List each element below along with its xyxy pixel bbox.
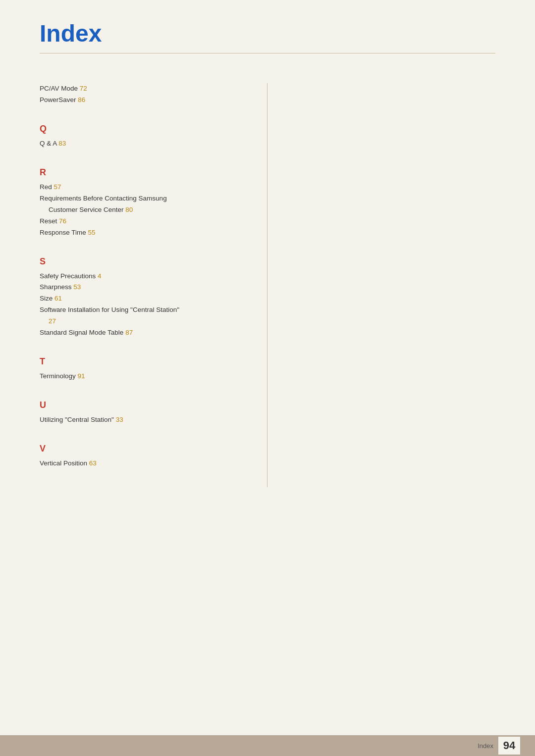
section-t: T Terminology 91 xyxy=(40,356,247,382)
entry-pcav: PC/AV Mode 72 xyxy=(40,83,247,95)
right-column xyxy=(268,83,495,487)
entry-requirements: Requirements Before Contacting Samsung C… xyxy=(40,193,247,216)
entry-sharpness: Sharpness 53 xyxy=(40,282,247,293)
letter-s: S xyxy=(40,256,247,267)
section-r: R Red 57 Requirements Before Contacting … xyxy=(40,167,247,239)
entry-qa: Q & A 83 xyxy=(40,138,247,150)
footer-bar: Index 94 xyxy=(0,735,535,756)
letter-u: U xyxy=(40,400,247,410)
letter-t: T xyxy=(40,356,247,367)
section-p: PC/AV Mode 72 PowerSaver 86 xyxy=(40,83,247,106)
letter-r: R xyxy=(40,167,247,178)
entry-standard-signal: Standard Signal Mode Table 87 xyxy=(40,327,247,339)
entry-safety: Safety Precautions 4 xyxy=(40,271,247,282)
footer-page-number: 94 xyxy=(498,737,520,755)
letter-v: V xyxy=(40,444,247,454)
entry-red: Red 57 xyxy=(40,182,247,193)
page-container: Index PC/AV Mode 72 PowerSaver 86 Q Q & … xyxy=(0,0,535,756)
title-divider xyxy=(40,53,495,53)
entry-software: Software Installation for Using "Central… xyxy=(40,304,247,327)
page-title: Index xyxy=(40,20,495,47)
section-q: Q Q & A 83 xyxy=(40,124,247,150)
entry-response-time: Response Time 55 xyxy=(40,227,247,239)
entry-reset: Reset 76 xyxy=(40,216,247,227)
section-s: S Safety Precautions 4 Sharpness 53 Size… xyxy=(40,256,247,339)
entry-terminology: Terminology 91 xyxy=(40,371,247,382)
content-area: PC/AV Mode 72 PowerSaver 86 Q Q & A 83 R… xyxy=(40,83,495,487)
letter-q: Q xyxy=(40,124,247,134)
entry-utilizing: Utilizing "Central Station" 33 xyxy=(40,414,247,426)
section-v: V Vertical Position 63 xyxy=(40,444,247,469)
entry-size: Size 61 xyxy=(40,293,247,304)
footer-label: Index xyxy=(478,742,493,750)
entry-powersaver: PowerSaver 86 xyxy=(40,95,247,106)
entry-vertical-position: Vertical Position 63 xyxy=(40,458,247,469)
left-column: PC/AV Mode 72 PowerSaver 86 Q Q & A 83 R… xyxy=(40,83,268,487)
section-u: U Utilizing "Central Station" 33 xyxy=(40,400,247,426)
